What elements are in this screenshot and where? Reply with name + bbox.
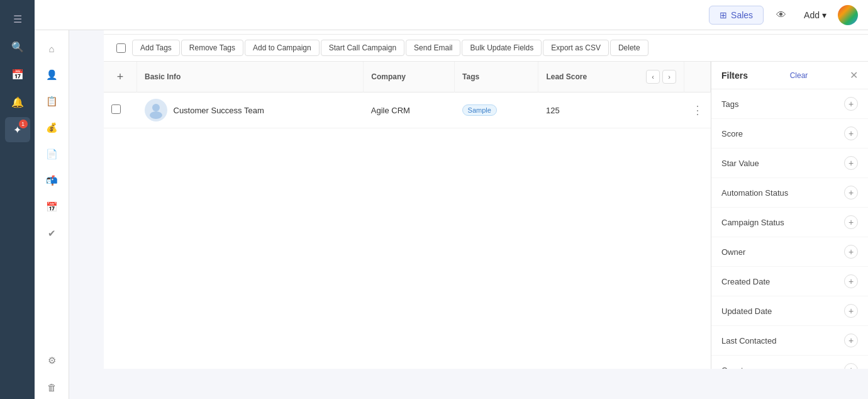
tag-badge[interactable]: Sample <box>462 104 497 116</box>
select-all-checkbox[interactable] <box>116 43 126 53</box>
sidebar-item-deals[interactable]: 📋 <box>40 89 64 113</box>
secondary-sidebar: ⌂ 👤 📋 💰 📄 📬 📅 ✔ ⚙ 🗑 <box>35 30 69 399</box>
filter-updated-date-add-icon[interactable]: + <box>844 304 858 318</box>
filter-owner-add-icon[interactable]: + <box>844 245 858 259</box>
sidebar-item-integrations[interactable]: ⚙ <box>40 349 64 373</box>
row-checkbox-cell <box>104 93 137 128</box>
avatar[interactable] <box>838 5 858 25</box>
filter-country-label: Country <box>721 366 750 369</box>
start-call-campaign-button[interactable]: Start Call Campaign <box>321 40 404 56</box>
basic-info-cell: Customer Success Team <box>137 93 364 128</box>
remove-tags-button[interactable]: Remove Tags <box>181 40 243 56</box>
filter-created-date-label: Created Date <box>721 277 770 286</box>
row-actions-button[interactable]: ⋮ <box>692 104 703 116</box>
col-next-button[interactable]: › <box>662 70 676 84</box>
contacts-table: + Basic Info Company Tags <box>104 62 711 128</box>
sidebar-item-money[interactable]: 💰 <box>40 116 64 140</box>
filter-star-value-label: Star Value <box>721 159 759 168</box>
sidebar-item-trash[interactable]: 🗑 <box>40 375 64 399</box>
filter-tags-label: Tags <box>721 99 738 109</box>
icon-sidebar: ☰ 🔍 📅 🔔 ✦ 1 <box>0 0 35 399</box>
filter-item-created-date[interactable]: Created Date + <box>711 267 868 296</box>
svg-point-1 <box>152 104 160 111</box>
sales-label: Sales <box>731 10 753 20</box>
tags-label: Tags <box>462 72 479 81</box>
lead-score-header: Lead Score ‹ › <box>538 62 684 93</box>
filter-automation-label: Automation Status <box>721 188 788 198</box>
filter-score-add-icon[interactable]: + <box>844 126 858 140</box>
add-column-button[interactable]: + <box>111 68 129 86</box>
filter-item-owner[interactable]: Owner + <box>711 237 868 267</box>
filter-item-campaign-status[interactable]: Campaign Status + <box>711 208 868 237</box>
table-row: Customer Success Team Agile CRM Sample 1… <box>104 93 711 128</box>
filter-item-country[interactable]: Country + <box>711 356 868 369</box>
filter-star-add-icon[interactable]: + <box>844 156 858 170</box>
add-button[interactable]: Add ▾ <box>799 8 832 23</box>
export-csv-button[interactable]: Export as CSV <box>543 40 609 56</box>
filter-close-icon[interactable]: ✕ <box>850 69 858 81</box>
filter-last-contacted-label: Last Contacted <box>721 336 776 346</box>
filter-campaign-add-icon[interactable]: + <box>844 215 858 229</box>
contact-name[interactable]: Customer Success Team <box>174 106 264 115</box>
sidebar-calendar-icon[interactable]: 📅 <box>5 62 30 87</box>
filter-tags-add-icon[interactable]: + <box>844 97 858 111</box>
filter-clear-button[interactable]: Clear <box>790 71 808 80</box>
add-to-campaign-button[interactable]: Add to Campaign <box>245 40 320 56</box>
lead-score-value: 125 <box>546 106 560 115</box>
checkbox-header: + <box>104 62 137 93</box>
contact-avatar <box>145 99 167 121</box>
eye-icon[interactable]: 👁 <box>770 4 793 26</box>
filter-item-updated-date[interactable]: Updated Date + <box>711 296 868 326</box>
svg-point-2 <box>150 111 162 119</box>
sidebar-bell-icon[interactable]: 🔔 <box>5 89 30 115</box>
notification-badge: 1 <box>19 120 28 128</box>
lead-score-label: Lead Score <box>546 72 587 81</box>
company-cell: Agile CRM <box>364 93 455 128</box>
filter-item-score[interactable]: Score + <box>711 119 868 149</box>
add-tags-button[interactable]: Add Tags <box>132 40 180 56</box>
sidebar-item-contacts[interactable]: 👤 <box>40 63 64 87</box>
topbar-center: ⊞ Sales <box>709 6 764 25</box>
filter-title: Filters <box>721 70 748 81</box>
table-area: + Basic Info Company Tags <box>104 62 868 369</box>
basic-info-header: Basic Info <box>137 62 364 93</box>
sidebar-item-home[interactable]: ⌂ <box>40 37 64 60</box>
filter-header: Filters Clear ✕ <box>711 62 868 89</box>
tags-cell: Sample <box>455 93 538 128</box>
row-checkbox[interactable] <box>111 104 121 114</box>
sidebar-item-tasks[interactable]: ✔ <box>40 222 64 245</box>
sidebar-stars-icon[interactable]: ✦ 1 <box>5 117 30 142</box>
contact-cell: Customer Success Team <box>145 99 356 121</box>
chevron-down-icon: ▾ <box>822 10 826 20</box>
filter-campaign-label: Campaign Status <box>721 218 784 227</box>
delete-button[interactable]: Delete <box>610 40 648 56</box>
filter-item-tags[interactable]: Tags + <box>711 89 868 119</box>
toolbar: Add Tags Remove Tags Add to Campaign Sta… <box>104 35 868 62</box>
col-prev-button[interactable]: ‹ <box>646 70 660 84</box>
filter-item-star-value[interactable]: Star Value + <box>711 149 868 178</box>
sales-button[interactable]: ⊞ Sales <box>709 6 764 25</box>
filter-last-contacted-add-icon[interactable]: + <box>844 334 858 347</box>
sidebar-item-calendar[interactable]: 📅 <box>40 195 64 219</box>
filter-score-label: Score <box>721 129 743 138</box>
filter-automation-add-icon[interactable]: + <box>844 186 858 200</box>
sidebar-menu-icon[interactable]: ☰ <box>5 6 30 31</box>
filter-item-last-contacted[interactable]: Last Contacted + <box>711 326 868 356</box>
company-label: Company <box>371 72 406 81</box>
sidebar-search-icon[interactable]: 🔍 <box>5 34 30 59</box>
lead-score-cell: 125 <box>538 93 684 128</box>
grid-icon: ⊞ <box>720 10 727 20</box>
filter-created-date-add-icon[interactable]: + <box>844 274 858 288</box>
actions-cell: ⋮ <box>684 93 711 128</box>
sidebar-item-inbox[interactable]: 📬 <box>40 169 64 193</box>
sidebar-item-documents[interactable]: 📄 <box>40 142 64 166</box>
filter-country-add-icon[interactable]: + <box>844 363 858 369</box>
actions-header <box>684 62 711 93</box>
bulk-update-button[interactable]: Bulk Update Fields <box>462 40 542 56</box>
company-value: Agile CRM <box>371 106 410 115</box>
filter-panel: Filters Clear ✕ Tags + Score + Star Valu… <box>711 62 868 369</box>
page: Contacts ▾ 1 Total Sort By: Created Date… <box>104 0 868 369</box>
send-email-button[interactable]: Send Email <box>406 40 460 56</box>
filter-item-automation-status[interactable]: Automation Status + <box>711 178 868 208</box>
basic-info-label: Basic Info <box>145 72 181 81</box>
